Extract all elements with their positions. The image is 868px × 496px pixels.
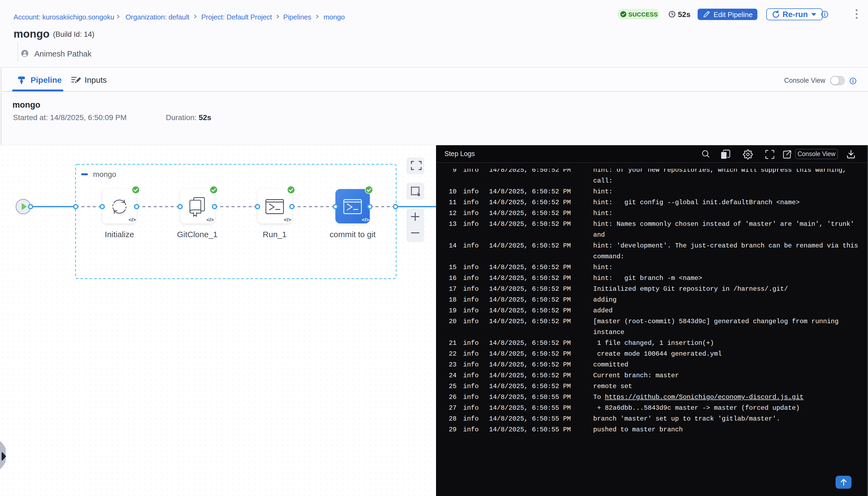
svg-text:Initialize: Initialize [105,230,134,239]
svg-text:</>: </> [128,217,136,222]
svg-text:mongo: mongo [93,170,116,179]
svg-text:GitClone_1: GitClone_1 [177,230,217,239]
svg-text:commit to git: commit to git [329,230,376,239]
svg-text:</>: </> [284,217,291,222]
svg-text:</>: </> [362,217,369,222]
svg-text:</>: </> [206,217,214,222]
svg-text:Run_1: Run_1 [263,230,286,239]
